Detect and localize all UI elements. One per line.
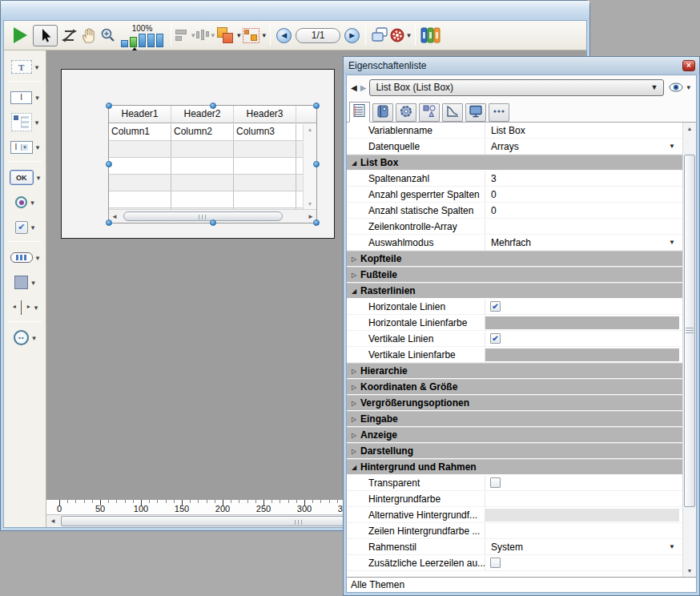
section-list-box[interactable]: ◢List Box bbox=[347, 155, 682, 171]
tab-shapes[interactable] bbox=[419, 103, 440, 122]
tab-monitor[interactable] bbox=[465, 103, 486, 122]
scrollbar-thumb[interactable] bbox=[684, 155, 695, 507]
section-koordinaten-gr-e[interactable]: ▷Koordinaten & Größe bbox=[347, 379, 682, 395]
tab-ellipsis[interactable] bbox=[489, 103, 509, 122]
section-anzeige[interactable]: ▷Anzeige bbox=[347, 427, 682, 443]
chevron-down-icon[interactable]: ▼ bbox=[669, 543, 682, 550]
scroll-right-icon[interactable]: ► bbox=[308, 213, 314, 220]
property-hintergrundfarbe[interactable]: Hintergrundfarbe bbox=[347, 491, 682, 507]
property-rahmenstil[interactable]: RahmenstilSystem▼ bbox=[347, 539, 682, 555]
selection-handle-ne[interactable] bbox=[313, 103, 320, 109]
selection-handle-nw[interactable] bbox=[106, 103, 112, 109]
chevron-down-icon[interactable]: ▾ bbox=[37, 174, 41, 182]
property-zus-tzliche-leerzeilen-au[interactable]: Zusätzliche Leerzeilen au... bbox=[347, 555, 682, 571]
color-swatch[interactable] bbox=[485, 316, 679, 329]
selection-handle-s[interactable] bbox=[210, 219, 216, 226]
pan-tool-button[interactable] bbox=[79, 24, 99, 46]
chevron-down-icon[interactable]: ▾ bbox=[35, 119, 39, 127]
scroll-down-icon[interactable]: ▼ bbox=[308, 201, 313, 207]
textfield-tool-icon[interactable]: I bbox=[10, 91, 32, 104]
section-eingabe[interactable]: ▷Eingabe bbox=[347, 411, 682, 427]
section-hintergrund-und-rahmen[interactable]: ◢Hintergrund und Rahmen bbox=[347, 459, 682, 475]
next-object-button[interactable]: ▶ bbox=[360, 83, 367, 92]
form-canvas[interactable]: Header1Header2Header3 Column1Column2Colu… bbox=[61, 69, 335, 239]
radio-tool-icon[interactable] bbox=[15, 196, 27, 208]
property-variablenname[interactable]: VariablennameList Box bbox=[347, 123, 682, 139]
tab-list[interactable] bbox=[349, 102, 370, 123]
checkbox-checked[interactable]: ✔ bbox=[490, 333, 501, 344]
chevron-down-icon[interactable]: ▾ bbox=[34, 304, 38, 312]
close-button[interactable]: × bbox=[682, 60, 695, 71]
visibility-filter-button[interactable]: ▾ bbox=[667, 83, 692, 92]
window-titlebar[interactable]: Formular: Kunden - Eingabe* bbox=[1, 1, 589, 20]
previous-object-button[interactable]: ◀ bbox=[351, 83, 357, 92]
property-zeilenkontrolle-array[interactable]: Zeilenkontrolle-Array bbox=[347, 219, 682, 235]
scroll-up-icon[interactable]: ▲ bbox=[683, 123, 696, 135]
property-zeilen-hintergrundfarbe[interactable]: Zeilen Hintergrundfarbe ... bbox=[347, 523, 682, 539]
combobox-tool-icon[interactable]: I bbox=[10, 141, 33, 154]
selection-handle-e[interactable] bbox=[313, 161, 320, 167]
selection-frame-tool-button[interactable]: ▾ bbox=[241, 24, 267, 46]
section-rasterlinien[interactable]: ◢Rasterlinien bbox=[347, 283, 682, 299]
property-auswahlmodus[interactable]: AuswahlmodusMehrfach▼ bbox=[347, 235, 682, 251]
property-datenquelle[interactable]: DatenquelleArrays▼ bbox=[347, 139, 682, 155]
zoom-level-control[interactable]: 100% bbox=[121, 24, 163, 47]
property-value[interactable]: 0 bbox=[485, 205, 497, 216]
property-horizontale-linien[interactable]: Horizontale Linien✔ bbox=[347, 299, 682, 315]
checkbox-tool-icon[interactable]: ✔ bbox=[15, 221, 28, 234]
chevron-down-icon[interactable]: ▾ bbox=[407, 31, 411, 39]
selection-handle-se[interactable] bbox=[313, 219, 320, 226]
chevron-down-icon[interactable]: ▾ bbox=[30, 199, 34, 207]
connector-tool-icon[interactable]: •• bbox=[14, 330, 29, 345]
window-list-button[interactable] bbox=[370, 24, 389, 46]
section-fu-teile[interactable]: ▷Fußteile bbox=[347, 267, 682, 283]
run-form-button[interactable] bbox=[8, 24, 33, 46]
tab-gear[interactable] bbox=[396, 103, 416, 122]
property-transparent[interactable]: Transparent bbox=[347, 475, 682, 491]
selection-handle-w[interactable] bbox=[106, 161, 112, 167]
selection-handle-sw[interactable] bbox=[106, 219, 112, 226]
next-page-button[interactable]: ▶ bbox=[344, 28, 360, 43]
property-value[interactable]: Arrays bbox=[485, 141, 519, 152]
chevron-down-icon[interactable]: ▾ bbox=[36, 143, 40, 151]
scroll-left-icon[interactable]: ◄ bbox=[111, 213, 118, 220]
scroll-up-icon[interactable]: ▲ bbox=[308, 127, 313, 132]
property-spaltenanzahl[interactable]: Spaltenanzahl3 bbox=[347, 171, 682, 187]
checkbox-unchecked[interactable] bbox=[490, 477, 501, 488]
property-value[interactable]: System bbox=[485, 542, 523, 553]
arrange-tool-button[interactable]: ▾ bbox=[215, 24, 241, 46]
label-tool-icon[interactable]: T bbox=[11, 60, 32, 74]
property-value[interactable]: 0 bbox=[485, 189, 497, 200]
chevron-down-icon[interactable]: ▼ bbox=[669, 239, 682, 246]
chevron-down-icon[interactable]: ▾ bbox=[31, 279, 35, 287]
chevron-down-icon[interactable]: ▾ bbox=[35, 63, 39, 71]
tab-book[interactable] bbox=[372, 103, 393, 122]
help-button[interactable] bbox=[420, 24, 441, 46]
chevron-down-icon[interactable]: ▾ bbox=[263, 31, 267, 39]
tab-curve[interactable] bbox=[442, 103, 463, 122]
progressbar-tool-icon[interactable] bbox=[10, 252, 33, 263]
previous-page-button[interactable]: ◀ bbox=[276, 28, 292, 43]
splitter-tool-icon[interactable] bbox=[12, 300, 31, 316]
property-vertikale-linienfarbe[interactable]: Vertikale Linienfarbe bbox=[347, 347, 682, 363]
color-swatch[interactable] bbox=[485, 348, 679, 361]
color-swatch[interactable] bbox=[485, 509, 679, 522]
chevron-down-icon[interactable]: ▾ bbox=[36, 254, 40, 262]
section-kopfteile[interactable]: ▷Kopfteile bbox=[347, 251, 682, 267]
section-hierarchie[interactable]: ▷Hierarchie bbox=[347, 363, 682, 379]
selection-handle-n[interactable] bbox=[210, 103, 216, 109]
property-horizontale-linienfarbe[interactable]: Horizontale Linienfarbe bbox=[347, 315, 682, 331]
button-tool-icon[interactable]: OK bbox=[10, 170, 34, 185]
checkbox-unchecked[interactable] bbox=[490, 558, 501, 568]
chevron-down-icon[interactable]: ▾ bbox=[35, 94, 39, 102]
chevron-down-icon[interactable]: ▾ bbox=[31, 224, 35, 232]
property-vertikale-linien[interactable]: Vertikale Linien✔ bbox=[347, 331, 682, 347]
section-vergr-erungsoptionen[interactable]: ▷Vergrößerungsoptionen bbox=[347, 395, 682, 411]
listbox-tool-icon[interactable] bbox=[11, 113, 32, 131]
scrollbar-thumb[interactable] bbox=[123, 211, 283, 221]
property-value[interactable]: Mehrfach bbox=[485, 237, 531, 248]
select-tool-button[interactable] bbox=[33, 25, 58, 46]
tab-order-tool-button[interactable] bbox=[60, 24, 79, 46]
property-anzahl-gesperrter-spalten[interactable]: Anzahl gesperrter Spalten0 bbox=[347, 187, 682, 203]
settings-button[interactable]: ▾ bbox=[389, 24, 411, 46]
